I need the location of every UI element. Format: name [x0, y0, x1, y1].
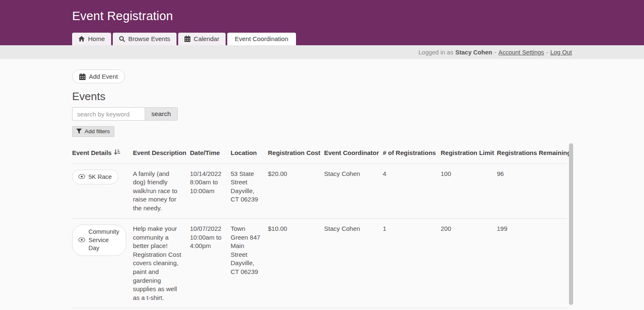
registration-limit: 100	[441, 164, 497, 219]
column-header: Registration Cost	[268, 145, 324, 163]
events-table: Event Details Event Description Date/Tim…	[72, 145, 572, 308]
table-scrollbar-thumb[interactable]	[569, 143, 573, 305]
column-header: Date/Time	[190, 145, 231, 163]
add-filters-button[interactable]: Add filters	[72, 126, 114, 137]
calendar-icon	[79, 73, 86, 80]
table-header-row: Event Details Event Description Date/Tim…	[72, 145, 567, 164]
tab-browse-events[interactable]: Browse Events	[113, 33, 177, 45]
column-header: # of Registrations	[383, 145, 441, 163]
user-name: Stacy Cohen	[455, 49, 492, 56]
event-datetime: 10/07/2022 10:00am to 4:00pm	[190, 219, 231, 308]
site-header: Event Registration Home Browse Events Ca…	[0, 0, 644, 45]
tab-event-coordination[interactable]: Event Coordination	[227, 33, 296, 45]
event-coordinator: Stacy Cohen	[324, 219, 383, 308]
tab-label: Home	[88, 35, 105, 42]
main-nav: Home Browse Events Calendar Event Coordi…	[0, 33, 644, 45]
event-details-button[interactable]: Community Service Day	[72, 225, 126, 256]
event-coordinator: Stacy Cohen	[324, 164, 383, 219]
registrations-remaining: 199	[497, 219, 567, 308]
tab-home[interactable]: Home	[72, 33, 111, 45]
column-header: Location	[231, 145, 268, 163]
separator: -	[494, 49, 496, 56]
column-header-event-details[interactable]: Event Details	[72, 145, 133, 163]
column-header: Event Description	[133, 145, 190, 163]
registrations-count: 4	[383, 164, 441, 219]
page-title: Event Registration	[72, 0, 572, 23]
table-row: Community Service Day Help make your com…	[72, 219, 567, 308]
eye-icon	[78, 236, 85, 245]
calendar-icon	[184, 36, 190, 42]
tab-calendar[interactable]: Calendar	[178, 33, 226, 45]
event-location: Town Green 847 Main Street Dayville, CT …	[231, 219, 268, 308]
user-bar: Logged in as Stacy Cohen - Account Setti…	[0, 45, 644, 59]
log-out-link[interactable]: Log Out	[550, 49, 572, 56]
event-datetime: 10/14/2022 8:00am to 10:00am	[190, 164, 231, 219]
eye-icon	[78, 173, 85, 181]
filter-funnel-icon	[76, 129, 82, 134]
tab-label: Event Coordination	[235, 35, 288, 42]
search-icon	[119, 36, 125, 42]
search-input[interactable]	[72, 107, 145, 121]
event-name: Community Service Day	[88, 228, 120, 253]
event-details-button[interactable]: 5K Race	[72, 170, 118, 185]
tab-label: Calendar	[194, 35, 219, 42]
add-event-button[interactable]: Add Event	[72, 70, 125, 83]
column-header: Registration Limit	[441, 145, 497, 163]
logged-in-prefix: Logged in as	[418, 49, 453, 56]
tab-label: Browse Events	[128, 35, 170, 42]
column-header: Event Coordinator	[324, 145, 383, 163]
events-heading: Events	[72, 90, 572, 103]
registrations-count: 1	[383, 219, 441, 308]
search-button[interactable]: search	[145, 107, 178, 121]
registration-cost: $20.00	[268, 164, 324, 219]
separator: -	[546, 49, 548, 56]
event-description: Help make your community a better place!…	[133, 219, 190, 308]
event-name: 5K Race	[88, 173, 112, 181]
search-row: search	[72, 107, 572, 121]
registration-limit: 200	[441, 219, 497, 308]
registrations-remaining: 96	[497, 164, 567, 219]
account-settings-link[interactable]: Account Settings	[499, 49, 544, 56]
home-icon	[78, 36, 85, 42]
column-header: Registrations Remaining	[497, 145, 578, 163]
table-row: 5K Race A family (and dog) friendly walk…	[72, 164, 567, 219]
main-content: Add Event Events search Add filters Even…	[72, 59, 572, 308]
add-filters-label: Add filters	[85, 128, 110, 134]
add-event-label: Add Event	[89, 73, 118, 80]
event-location: 53 State Street Dayville, CT 06239	[231, 164, 268, 219]
event-description: A family (and dog) friendly walk/run rac…	[133, 164, 190, 219]
registration-cost: $10.00	[268, 219, 324, 308]
sort-icon	[114, 149, 120, 158]
